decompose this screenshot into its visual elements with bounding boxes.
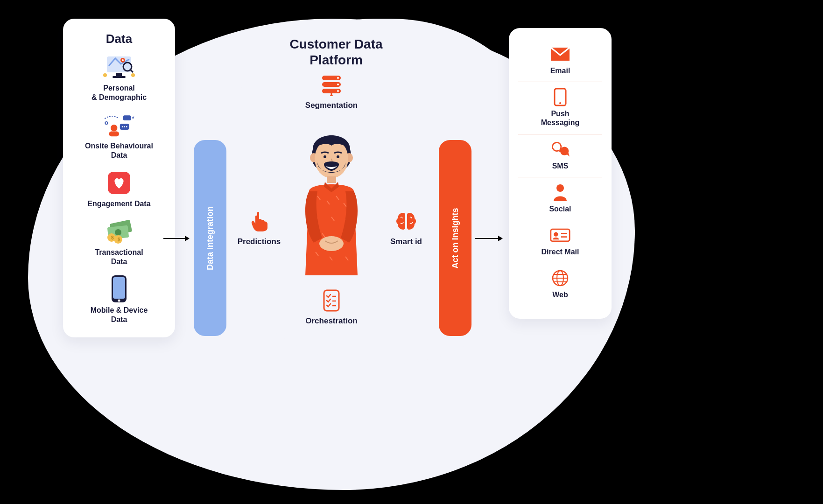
channel-label: Social	[549, 204, 571, 213]
channel-email: Email	[518, 39, 602, 82]
database-layers-icon	[318, 74, 345, 96]
id-card-icon	[550, 227, 570, 244]
arrow-right-icon	[475, 238, 502, 239]
data-item-label: TransactionalData	[95, 248, 143, 266]
svg-rect-2	[113, 76, 126, 78]
svg-point-12	[122, 126, 123, 127]
svg-point-35	[330, 95, 333, 96]
svg-point-27	[118, 300, 120, 302]
svg-point-44	[337, 155, 339, 158]
chat-bubbles-icon	[550, 141, 570, 158]
svg-rect-15	[123, 115, 131, 120]
svg-point-32	[337, 84, 339, 85]
act-on-insights-bar: Act on Insights	[439, 140, 471, 336]
person-icon	[550, 184, 570, 201]
data-item-label: Engagement Data	[87, 199, 150, 209]
channel-direct-mail: Direct Mail	[518, 220, 602, 263]
channel-label: Web	[552, 290, 568, 299]
svg-line-6	[130, 70, 133, 72]
data-item-personal-demographic: Personal& Demographic	[72, 55, 166, 102]
map-pin-monitor-icon	[102, 55, 136, 80]
channel-sms: SMS	[518, 134, 602, 177]
node-segmentation: Segmentation	[294, 74, 369, 110]
checklist-icon	[318, 289, 345, 312]
bar-label: Act on Insights	[450, 208, 460, 268]
channel-label: Direct Mail	[542, 247, 579, 256]
globe-icon	[550, 270, 570, 287]
node-label: Segmentation	[305, 101, 358, 110]
node-label: Predictions	[238, 237, 281, 246]
svg-point-20	[115, 229, 121, 236]
data-sources-card: Data Personal& Demographic	[63, 19, 175, 337]
channel-label: Email	[550, 66, 570, 75]
data-card-title: Data	[72, 32, 166, 46]
diagram-canvas: Data Personal& Demographic	[0, 0, 823, 504]
pointer-hand-icon	[246, 210, 272, 232]
node-smart-id: Smart id	[369, 210, 443, 246]
svg-point-9	[111, 125, 117, 131]
person-illustration	[285, 121, 378, 275]
chat-person-icon	[102, 112, 136, 138]
svg-point-4	[122, 59, 124, 61]
channel-label: SMS	[552, 161, 569, 170]
node-label: Orchestration	[305, 316, 357, 326]
data-item-transactional: $ $ TransactionalData	[72, 219, 166, 266]
center-title: Customer DataPlatform	[243, 36, 429, 68]
svg-rect-26	[113, 277, 125, 299]
heart-app-icon	[102, 170, 136, 196]
channel-social: Social	[518, 177, 602, 220]
svg-point-8	[131, 73, 135, 77]
data-item-engagement: Engagement Data	[72, 170, 166, 209]
svg-rect-10	[109, 132, 119, 137]
svg-point-13	[124, 126, 125, 127]
svg-point-63	[556, 184, 564, 192]
node-label: Smart id	[390, 237, 422, 246]
svg-rect-45	[327, 176, 336, 183]
data-item-onsite-behavioural: Onsite BehaviouralData	[72, 112, 166, 160]
envelope-icon	[550, 46, 570, 63]
data-item-label: Onsite BehaviouralData	[85, 141, 153, 160]
svg-point-16	[105, 122, 107, 124]
brain-icon	[393, 210, 419, 232]
arrow-left-icon	[163, 238, 189, 239]
svg-point-7	[103, 73, 107, 77]
svg-point-14	[126, 126, 127, 127]
svg-text:$: $	[111, 235, 114, 240]
svg-point-33	[337, 90, 339, 92]
channel-label: PushMessaging	[541, 109, 580, 127]
svg-text:$: $	[118, 237, 120, 242]
data-item-label: Personal& Demographic	[91, 84, 147, 102]
svg-point-61	[559, 102, 561, 104]
mobile-icon	[550, 89, 570, 105]
data-item-label: Mobile & DeviceData	[91, 306, 148, 324]
svg-point-31	[337, 77, 339, 79]
phone-icon	[102, 277, 136, 302]
money-icon: $ $	[102, 219, 136, 244]
channels-card: Email PushMessaging SMS Social	[509, 28, 612, 319]
channel-push: PushMessaging	[518, 82, 602, 134]
node-orchestration: Orchestration	[294, 289, 369, 326]
svg-point-43	[324, 155, 326, 158]
data-item-mobile-device: Mobile & DeviceData	[72, 277, 166, 324]
svg-rect-1	[116, 73, 122, 76]
bar-label: Data integration	[205, 206, 215, 270]
channel-web: Web	[518, 263, 602, 306]
svg-point-65	[554, 232, 558, 237]
